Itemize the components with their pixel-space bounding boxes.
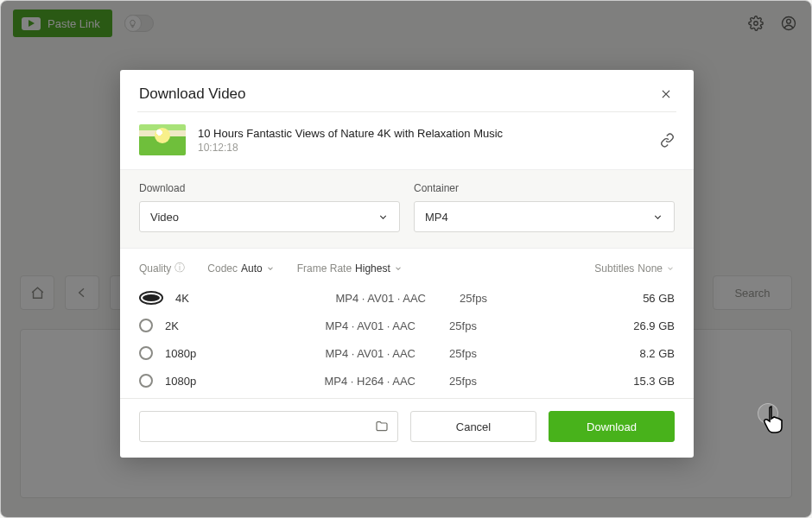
modal-title: Download Video: [139, 85, 657, 103]
fps-value: 25fps: [416, 375, 511, 388]
close-icon[interactable]: [657, 85, 675, 103]
chevron-down-icon: [666, 264, 675, 273]
size-value: 26.9 GB: [511, 319, 675, 332]
folder-icon: [375, 420, 389, 433]
download-type-select[interactable]: Video: [139, 201, 400, 232]
info-icon[interactable]: ⓘ: [174, 261, 185, 275]
container-label: Container: [414, 182, 675, 194]
size-value: 8.2 GB: [511, 347, 675, 360]
quality-row[interactable]: 4K MP4 · AV01 · AAC 25fps 56 GB: [132, 284, 682, 312]
download-video-modal: Download Video 10 Hours Fantastic Views …: [120, 70, 694, 458]
save-path-field[interactable]: [139, 411, 398, 442]
video-title: 10 Hours Fantastic Views of Nature 4K wi…: [198, 127, 648, 140]
quality-value: 1080p: [165, 375, 269, 388]
download-type-value: Video: [150, 211, 179, 224]
video-duration: 10:12:18: [198, 142, 648, 154]
quality-value: 2K: [165, 319, 269, 332]
format-value: MP4 · AV01 · AAC: [269, 347, 416, 360]
video-thumbnail: [139, 124, 186, 155]
quality-filter: Quality ⓘ: [139, 261, 185, 275]
size-value: 56 GB: [521, 292, 675, 305]
radio-icon: [139, 374, 153, 388]
fps-value: 25fps: [416, 319, 511, 332]
quality-row[interactable]: 1080p MP4 · AV01 · AAC 25fps 8.2 GB: [132, 339, 682, 367]
link-icon[interactable]: [660, 133, 675, 148]
download-label: Download: [139, 182, 400, 194]
radio-icon: [139, 346, 153, 360]
chevron-down-icon: [652, 212, 663, 223]
container-select[interactable]: MP4: [414, 201, 675, 232]
codec-filter[interactable]: Codec Auto: [207, 262, 274, 275]
format-value: MP4 · H264 · AAC: [269, 375, 416, 388]
chevron-down-icon: [377, 212, 389, 223]
chevron-down-icon: [394, 264, 403, 273]
radio-icon: [139, 319, 153, 332]
fps-value: 25fps: [416, 347, 511, 360]
quality-row[interactable]: 1080p MP4 · H264 · AAC 25fps 15.3 GB: [132, 367, 682, 395]
size-value: 15.3 GB: [511, 375, 675, 388]
quality-list: 4K MP4 · AV01 · AAC 25fps 56 GB 2K MP4 ·…: [120, 284, 694, 398]
container-value: MP4: [425, 211, 448, 224]
download-button[interactable]: Download: [549, 411, 675, 442]
chevron-down-icon: [266, 264, 275, 273]
fps-value: 25fps: [426, 292, 521, 305]
quality-row[interactable]: 2K MP4 · AV01 · AAC 25fps 26.9 GB: [132, 312, 682, 339]
subtitles-filter[interactable]: Subtitles None: [594, 262, 675, 275]
format-value: MP4 · AV01 · AAC: [279, 292, 426, 305]
video-info-row: 10 Hours Fantastic Views of Nature 4K wi…: [120, 112, 694, 169]
quality-value: 4K: [175, 292, 279, 305]
format-value: MP4 · AV01 · AAC: [269, 319, 416, 332]
framerate-filter[interactable]: Frame Rate Highest: [297, 262, 403, 275]
radio-icon: [139, 291, 163, 305]
quality-value: 1080p: [165, 347, 269, 360]
cancel-button[interactable]: Cancel: [410, 411, 536, 442]
